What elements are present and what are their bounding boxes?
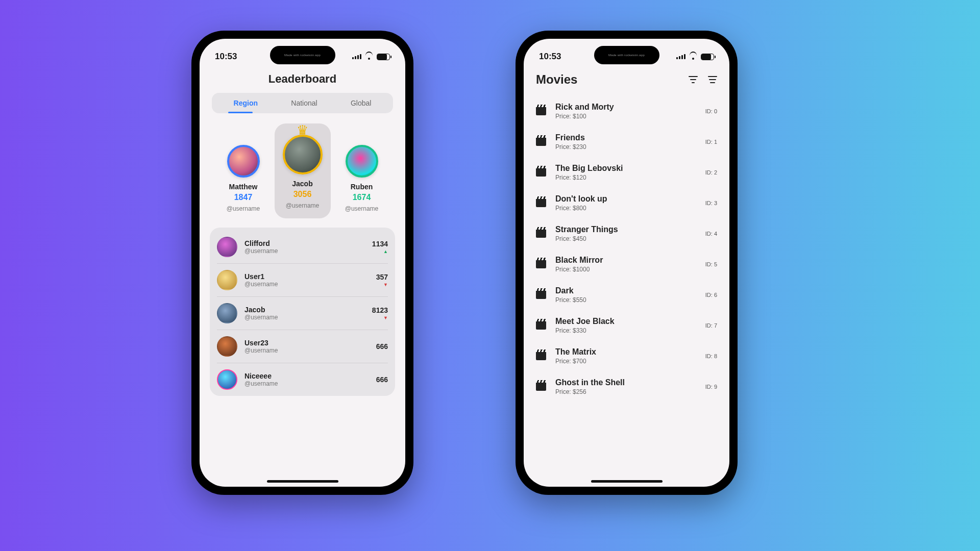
tab-indicator: [228, 112, 253, 113]
movie-row[interactable]: The MatrixPrice: $700ID: 8: [534, 341, 719, 371]
avatar: [217, 369, 237, 390]
movie-id: ID: 1: [705, 139, 717, 145]
podium-handle: @username: [227, 205, 260, 212]
podium-second[interactable]: Matthew 1847 @username: [215, 141, 272, 218]
row-name: Jacob: [244, 306, 278, 314]
clapperboard-icon: [536, 291, 546, 299]
movie-price: Price: $700: [555, 358, 596, 365]
movie-title: The Matrix: [555, 347, 596, 357]
podium-third[interactable]: Ruben 1674 @username: [334, 141, 390, 218]
battery-icon: [701, 54, 714, 60]
movie-price: Price: $230: [555, 143, 586, 151]
sort-icon[interactable]: [708, 76, 717, 83]
home-indicator[interactable]: [591, 480, 663, 483]
podium-name: Matthew: [229, 183, 258, 191]
movie-row[interactable]: FriendsPrice: $230ID: 1: [534, 127, 719, 157]
avatar: [227, 145, 260, 178]
movie-row[interactable]: The Big LebovskiPrice: $120ID: 2: [534, 157, 719, 188]
leaderboard-row[interactable]: User1@username357▼: [217, 264, 388, 297]
tab-global[interactable]: Global: [351, 99, 371, 107]
made-with-label: Made with rocketsim.app: [608, 54, 645, 57]
podium-score: 1847: [234, 193, 253, 202]
podium-score: 1674: [353, 193, 371, 202]
podium-score: 3056: [293, 190, 312, 199]
movie-price: Price: $120: [555, 174, 623, 181]
page-title: Movies: [536, 72, 577, 87]
wifi-icon: [364, 54, 374, 60]
tab-region[interactable]: Region: [234, 99, 258, 107]
wifi-icon: [689, 54, 698, 60]
movie-price: Price: $1000: [555, 266, 603, 273]
movie-title: Rick and Morty: [555, 103, 614, 112]
podium-handle: @username: [345, 205, 379, 212]
movie-id: ID: 7: [705, 322, 717, 329]
movie-price: Price: $100: [555, 113, 614, 120]
trend-down-icon: ▼: [376, 282, 388, 287]
tab-national[interactable]: National: [291, 99, 317, 107]
row-handle: @username: [244, 314, 278, 321]
movie-title: Stranger Things: [555, 225, 618, 234]
row-score: 8123: [372, 306, 388, 314]
filter-icon[interactable]: [689, 76, 698, 83]
leaderboard-row[interactable]: Niceeee@username666: [217, 363, 388, 396]
leaderboard-row[interactable]: Jacob@username8123▼: [217, 297, 388, 330]
podium-name: Ruben: [351, 183, 373, 191]
podium-first[interactable]: ♛ Jacob 3056 @username: [275, 123, 331, 218]
podium-name: Jacob: [292, 180, 312, 188]
leaderboard-row[interactable]: Clifford@username1134▲: [217, 231, 388, 264]
phone-leaderboard: Made with rocketsim.app 10:53 Leaderboar…: [191, 31, 413, 495]
movie-title: Meet Joe Black: [555, 317, 615, 326]
movie-id: ID: 0: [705, 108, 717, 114]
movie-price: Price: $550: [555, 296, 586, 304]
movie-row[interactable]: Rick and MortyPrice: $100ID: 0: [534, 96, 719, 127]
row-handle: @username: [244, 347, 278, 354]
movie-row[interactable]: Stranger ThingsPrice: $450ID: 4: [534, 218, 719, 249]
row-name: Niceeee: [244, 372, 278, 380]
avatar: [217, 336, 237, 357]
clapperboard-icon: [536, 352, 546, 360]
movie-price: Price: $450: [555, 235, 618, 242]
movie-id: ID: 5: [705, 261, 717, 267]
leaderboard-list[interactable]: Clifford@username1134▲User1@username357▼…: [210, 228, 395, 396]
movie-id: ID: 6: [705, 292, 717, 298]
movie-id: ID: 8: [705, 353, 717, 359]
avatar: [283, 135, 323, 174]
movie-row[interactable]: Ghost in the ShellPrice: $256ID: 9: [534, 371, 719, 402]
clapperboard-icon: [536, 138, 546, 146]
movie-id: ID: 2: [705, 169, 717, 176]
scope-segmented-control[interactable]: Region National Global: [212, 93, 393, 113]
clapperboard-icon: [536, 199, 546, 207]
row-handle: @username: [244, 380, 278, 387]
row-handle: @username: [244, 281, 278, 288]
podium-handle: @username: [286, 202, 320, 209]
clapperboard-icon: [536, 230, 546, 238]
row-handle: @username: [244, 247, 278, 255]
status-time: 10:53: [539, 52, 561, 62]
avatar: [217, 270, 237, 290]
clapperboard-icon: [536, 260, 546, 268]
clapperboard-icon: [536, 107, 546, 115]
status-time: 10:53: [215, 52, 237, 62]
made-with-label: Made with rocketsim.app: [284, 54, 321, 57]
dynamic-island: Made with rocketsim.app: [594, 46, 659, 64]
movie-row[interactable]: Meet Joe BlackPrice: $330ID: 7: [534, 310, 719, 341]
trend-down-icon: ▼: [372, 315, 388, 320]
movie-title: Black Mirror: [555, 256, 603, 265]
battery-icon: [377, 54, 390, 60]
cell-signal-icon: [352, 54, 361, 59]
row-score: 666: [376, 342, 388, 350]
movie-row[interactable]: Black MirrorPrice: $1000ID: 5: [534, 249, 719, 280]
avatar: [346, 145, 378, 178]
movie-id: ID: 4: [705, 231, 717, 237]
movie-row[interactable]: DarkPrice: $550ID: 6: [534, 280, 719, 310]
clapperboard-icon: [536, 321, 546, 330]
movie-price: Price: $256: [555, 388, 625, 395]
page-title: Leaderboard: [210, 72, 395, 86]
movie-title: Ghost in the Shell: [555, 378, 625, 387]
home-indicator[interactable]: [267, 480, 338, 483]
movies-list[interactable]: Rick and MortyPrice: $100ID: 0FriendsPri…: [534, 96, 719, 402]
movie-title: Dark: [555, 286, 586, 295]
movie-row[interactable]: Don't look upPrice: $800ID: 3: [534, 188, 719, 218]
leaderboard-row[interactable]: User23@username666: [217, 330, 388, 363]
row-name: Clifford: [244, 239, 278, 247]
